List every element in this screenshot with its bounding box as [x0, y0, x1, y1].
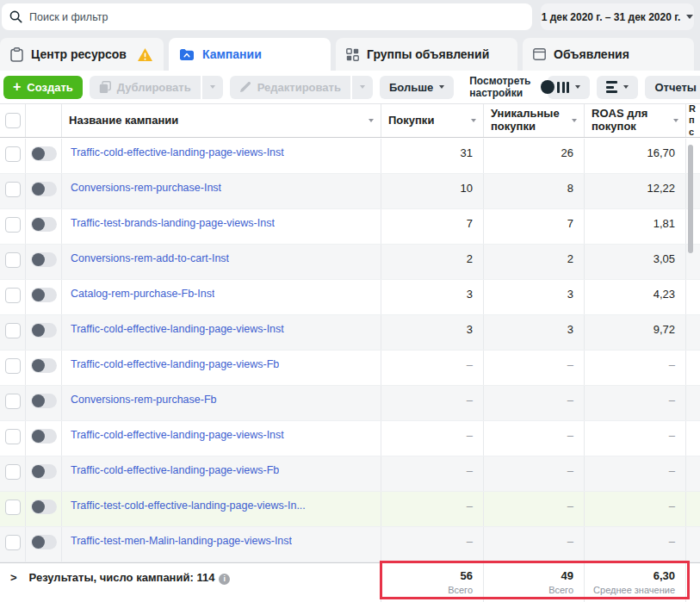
campaign-name-cell: Conversions-rem-add-to-cart-Inst	[62, 245, 381, 279]
window-icon	[533, 48, 546, 60]
search-input[interactable]	[29, 11, 524, 23]
roas-cell: 3,05	[585, 245, 686, 279]
header-toggle-cell	[26, 104, 62, 137]
column-header-roas[interactable]: ROAS для покупок	[585, 104, 686, 137]
purchases-cell: 7	[381, 209, 484, 244]
row-checkbox[interactable]	[5, 288, 21, 303]
row-checkbox[interactable]	[5, 252, 21, 268]
row-spacer-cell	[686, 315, 700, 350]
header-checkbox-cell	[0, 104, 26, 137]
info-icon[interactable]: i	[219, 574, 230, 585]
campaign-status-toggle[interactable]	[31, 464, 57, 479]
unique-purchases-cell: –	[484, 351, 585, 385]
table-footer: > Результаты, число кампаний: 114i 56 Вс…	[0, 562, 700, 602]
campaign-link[interactable]: Traffic-cold-effective-landing-page-view…	[71, 323, 284, 335]
unique-purchases-cell: 3	[484, 315, 585, 350]
row-checkbox[interactable]	[5, 358, 21, 374]
tab-campaigns[interactable]: Кампании	[169, 38, 331, 71]
column-header-unique-purchases[interactable]: Уникальные покупки	[484, 104, 585, 137]
search-icon	[9, 10, 22, 23]
campaign-link[interactable]: Traffic-test-brands-landing-page-views-I…	[71, 217, 275, 229]
chevron-down-icon	[623, 85, 629, 89]
unique-purchases-cell: –	[484, 456, 585, 491]
date-range-label: 1 дек 2020 г. – 31 дек 2020 г.	[542, 11, 681, 23]
row-checkbox[interactable]	[5, 464, 21, 480]
row-checkbox-cell	[0, 174, 26, 208]
campaign-link[interactable]: Traffic-test-men-Malin-landing-page-view…	[71, 535, 292, 547]
row-spacer-cell	[686, 527, 700, 562]
duplicate-split-button: Дублировать	[90, 76, 223, 99]
row-checkbox[interactable]	[5, 146, 21, 162]
row-checkbox[interactable]	[5, 429, 21, 444]
duplicate-button[interactable]: Дублировать	[90, 76, 201, 99]
row-toggle-cell	[26, 351, 62, 385]
campaign-status-toggle[interactable]	[31, 394, 57, 408]
campaign-name-cell: Traffic-test-cold-effective-landing-page…	[62, 492, 381, 526]
campaign-status-toggle[interactable]	[31, 429, 57, 444]
campaign-status-toggle[interactable]	[31, 358, 57, 373]
row-toggle-cell	[26, 315, 62, 350]
table-row: Traffic-cold-effective-landing-page-view…	[0, 351, 700, 386]
row-checkbox[interactable]	[5, 394, 21, 409]
row-checkbox-cell	[0, 386, 26, 420]
campaign-link[interactable]: Traffic-cold-effective-landing-page-view…	[71, 429, 284, 441]
row-checkbox[interactable]	[5, 500, 21, 515]
chevron-down-icon	[575, 85, 580, 89]
tab-label: Кампании	[202, 47, 262, 61]
roas-cell: –	[585, 492, 686, 526]
campaign-status-toggle[interactable]	[31, 217, 57, 232]
chevron-down-icon	[686, 15, 693, 19]
campaign-link[interactable]: Traffic-test-cold-effective-landing-page…	[71, 500, 306, 512]
edit-dropdown-button[interactable]	[352, 76, 373, 99]
purchases-cell: –	[381, 386, 484, 420]
campaign-name-cell: Conversions-rem-purchase-Inst	[62, 174, 381, 208]
campaign-status-toggle[interactable]	[31, 500, 57, 514]
campaign-status-toggle[interactable]	[31, 535, 57, 549]
duplicate-dropdown-button[interactable]	[202, 76, 223, 99]
purchases-cell: –	[381, 527, 484, 562]
campaign-status-toggle[interactable]	[31, 252, 57, 267]
tab-ad-sets[interactable]: Группы объявлений	[336, 38, 517, 71]
vertical-scrollbar[interactable]	[688, 145, 693, 253]
campaign-link[interactable]: Traffic-cold-effective-landing-page-view…	[71, 358, 279, 370]
row-checkbox[interactable]	[5, 217, 21, 233]
tab-ads[interactable]: Объявления	[523, 38, 694, 71]
chevron-down-icon	[673, 119, 678, 122]
campaign-link[interactable]: Traffic-cold-effective-landing-page-view…	[71, 464, 279, 476]
column-header-campaign-name[interactable]: Название кампании	[62, 104, 381, 137]
more-button[interactable]: Больше	[380, 76, 454, 99]
campaign-status-toggle[interactable]	[31, 182, 57, 196]
table-row: Traffic-test-men-Malin-landing-page-view…	[0, 527, 700, 562]
tab-resource-center[interactable]: Центр ресурсов	[0, 38, 164, 71]
roas-cell: –	[585, 456, 686, 491]
row-checkbox[interactable]	[5, 182, 21, 197]
select-all-checkbox[interactable]	[5, 113, 21, 128]
date-range-button[interactable]: 1 дек 2020 г. – 31 дек 2020 г.	[541, 3, 694, 30]
campaign-link[interactable]: Traffic-cold-effective-landing-page-view…	[71, 146, 284, 158]
unique-purchases-cell: –	[484, 492, 585, 526]
column-header-purchases[interactable]: Покупки	[381, 104, 484, 137]
campaign-status-toggle[interactable]	[31, 146, 57, 161]
reports-button[interactable]: Отчеты	[645, 76, 700, 99]
unique-purchases-cell: –	[484, 421, 585, 456]
tab-label: Группы объявлений	[367, 47, 489, 61]
search-bar[interactable]	[2, 3, 532, 30]
roas-cell: –	[585, 351, 686, 385]
breakdown-button[interactable]	[597, 76, 638, 99]
campaign-status-toggle[interactable]	[31, 288, 57, 302]
chevron-right-icon[interactable]: >	[10, 571, 17, 584]
table-row: Conversions-rem-purchase-Fb – – –	[0, 386, 700, 421]
table-row: Traffic-cold-effective-landing-page-view…	[0, 139, 700, 174]
campaign-link[interactable]: Catalog-rem-purchase-Fb-Inst	[71, 288, 214, 300]
edit-button[interactable]: Редактировать	[230, 76, 350, 99]
create-button[interactable]: + Создать	[3, 76, 83, 99]
breakdown-icon	[606, 81, 617, 93]
row-checkbox[interactable]	[5, 535, 21, 550]
campaign-link[interactable]: Conversions-rem-purchase-Fb	[71, 394, 217, 406]
row-checkbox[interactable]	[5, 323, 21, 338]
row-checkbox-cell	[0, 315, 26, 350]
campaign-link[interactable]: Conversions-rem-add-to-cart-Inst	[71, 252, 229, 264]
row-spacer-cell	[686, 351, 700, 385]
campaign-link[interactable]: Conversions-rem-purchase-Inst	[71, 182, 221, 194]
campaign-status-toggle[interactable]	[31, 323, 57, 338]
